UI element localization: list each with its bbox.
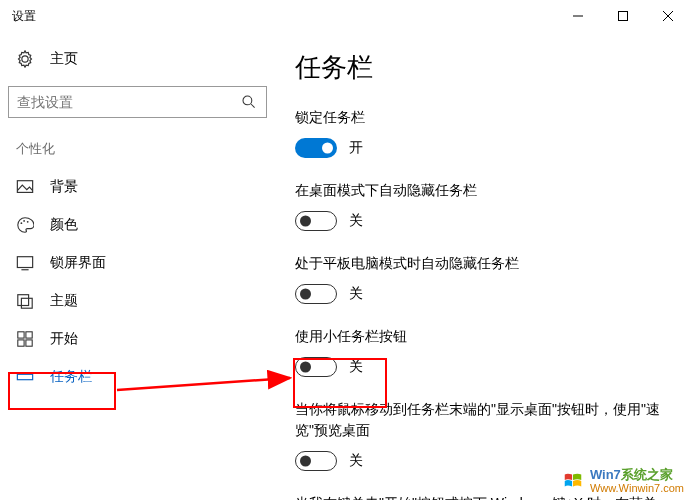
svg-point-8 — [23, 220, 25, 222]
start-icon — [16, 330, 34, 348]
sidebar-item-start[interactable]: 开始 — [8, 320, 267, 358]
setting-lock-taskbar: 锁定任务栏 开 — [295, 107, 668, 158]
setting-label: 使用小任务栏按钮 — [295, 326, 668, 347]
search-input[interactable] — [17, 94, 240, 110]
svg-rect-13 — [21, 298, 32, 308]
svg-point-7 — [21, 222, 23, 224]
toggle-state-text: 关 — [349, 452, 363, 470]
setting-label: 当你将鼠标移动到任务栏末端的"显示桌面"按钮时，使用"速览"预览桌面 — [295, 399, 668, 441]
setting-autohide-tablet: 处于平板电脑模式时自动隐藏任务栏 关 — [295, 253, 668, 304]
toggle-state-text: 开 — [349, 139, 363, 157]
sidebar-item-label: 开始 — [50, 330, 78, 348]
svg-line-5 — [251, 104, 255, 108]
search-icon — [240, 93, 258, 111]
taskbar-icon — [16, 368, 34, 386]
svg-point-4 — [243, 96, 252, 105]
svg-rect-10 — [17, 257, 32, 268]
setting-label: 处于平板电脑模式时自动隐藏任务栏 — [295, 253, 668, 274]
sidebar: 主页 个性化 背景 颜色 锁屏界面 主题 开始 — [0, 32, 275, 500]
svg-rect-12 — [18, 295, 29, 306]
lockscreen-icon — [16, 254, 34, 272]
sidebar-item-themes[interactable]: 主题 — [8, 282, 267, 320]
sidebar-item-background[interactable]: 背景 — [8, 168, 267, 206]
search-box[interactable] — [8, 86, 267, 118]
toggle-state-text: 关 — [349, 358, 363, 376]
sidebar-group-label: 个性化 — [8, 136, 267, 168]
theme-icon — [16, 292, 34, 310]
svg-rect-18 — [17, 374, 32, 379]
svg-rect-14 — [18, 332, 24, 338]
close-button[interactable] — [645, 0, 690, 32]
watermark-url: Www.Winwin7.com — [590, 482, 684, 494]
sidebar-item-label: 颜色 — [50, 216, 78, 234]
sidebar-home-label: 主页 — [50, 50, 78, 68]
sidebar-item-label: 背景 — [50, 178, 78, 196]
sidebar-item-label: 锁屏界面 — [50, 254, 106, 272]
setting-label: 在桌面模式下自动隐藏任务栏 — [295, 180, 668, 201]
toggle-autohide-desktop[interactable] — [295, 211, 337, 231]
picture-icon — [16, 178, 34, 196]
svg-rect-1 — [618, 12, 627, 21]
toggle-lock-taskbar[interactable] — [295, 138, 337, 158]
toggle-small-buttons[interactable] — [295, 357, 337, 377]
setting-small-buttons: 使用小任务栏按钮 关 — [295, 326, 668, 377]
windows-flag-icon — [562, 470, 584, 492]
svg-rect-15 — [26, 332, 32, 338]
maximize-button[interactable] — [600, 0, 645, 32]
sidebar-item-label: 主题 — [50, 292, 78, 310]
toggle-state-text: 关 — [349, 212, 363, 230]
setting-label: 当我右键单击"开始"按钮或按下 Windows 键+X 时，在菜单中将命令提示符… — [295, 493, 668, 500]
toggle-peek-preview[interactable] — [295, 451, 337, 471]
watermark-title-1: Win7 — [590, 467, 621, 482]
sidebar-home[interactable]: 主页 — [8, 44, 267, 74]
toggle-autohide-tablet[interactable] — [295, 284, 337, 304]
setting-peek-preview: 当你将鼠标移动到任务栏末端的"显示桌面"按钮时，使用"速览"预览桌面 关 — [295, 399, 668, 471]
toggle-state-text: 关 — [349, 285, 363, 303]
main-pane: 任务栏 锁定任务栏 开 在桌面模式下自动隐藏任务栏 关 处于平板电脑模式时自动隐… — [275, 32, 690, 500]
svg-rect-16 — [18, 340, 24, 346]
sidebar-item-colors[interactable]: 颜色 — [8, 206, 267, 244]
minimize-button[interactable] — [555, 0, 600, 32]
window-title: 设置 — [12, 8, 36, 25]
watermark-title-2: 系统之家 — [621, 467, 673, 482]
watermark: Win7系统之家 Www.Winwin7.com — [562, 468, 684, 494]
setting-autohide-desktop: 在桌面模式下自动隐藏任务栏 关 — [295, 180, 668, 231]
sidebar-item-taskbar[interactable]: 任务栏 — [8, 358, 267, 396]
svg-point-9 — [27, 221, 29, 223]
svg-rect-6 — [17, 181, 32, 193]
sidebar-item-lockscreen[interactable]: 锁屏界面 — [8, 244, 267, 282]
gear-icon — [16, 50, 34, 68]
setting-label: 锁定任务栏 — [295, 107, 668, 128]
svg-rect-17 — [26, 340, 32, 346]
sidebar-item-label: 任务栏 — [50, 368, 92, 386]
palette-icon — [16, 216, 34, 234]
page-title: 任务栏 — [295, 50, 668, 85]
setting-powershell-replace: 当我右键单击"开始"按钮或按下 Windows 键+X 时，在菜单中将命令提示符… — [295, 493, 668, 500]
